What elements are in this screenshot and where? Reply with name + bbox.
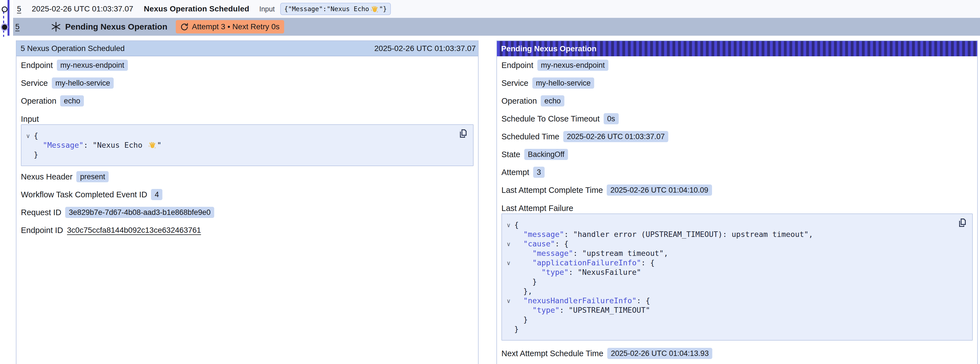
event-row-pending[interactable]: 5 Pending Nexus Operation Attempt 3 • Ne… [13, 18, 980, 36]
waving-hand-emoji [148, 141, 156, 149]
input-json-block: ∨{ "Message": "Nexus Echo "} [21, 124, 474, 166]
field-value-badge: BackingOff [524, 149, 568, 160]
pending-event-id-link[interactable]: 5 [15, 22, 19, 31]
field-row: Schedule To Close Timeout0s [501, 110, 973, 128]
copy-input-icon[interactable] [458, 128, 469, 140]
event-timeline [0, 0, 13, 40]
event-detail-header-title: 5 Nexus Operation Scheduled [21, 44, 125, 53]
event-input-value-badge[interactable]: {"Message":"Nexus Echo "} [280, 3, 391, 15]
pending-asterisk-icon [51, 21, 61, 32]
field-label: Last Attempt Complete Time [501, 186, 603, 195]
field-row: Endpoint ID3c0c75ccfa8144b092c13ce632463… [21, 221, 474, 239]
input-section-label: Input [21, 114, 474, 124]
event-time: 2025-02-26 UTC 01:03:37.07 [32, 5, 133, 13]
pending-operation-panel: Pending Nexus Operation Endpointmy-nexus… [496, 40, 978, 364]
field-row: Next Attempt Schedule Time2025-02-26 UTC… [501, 345, 973, 362]
field-row: Operationecho [21, 92, 474, 110]
field-row: Endpointmy-nexus-endpoint [21, 56, 474, 74]
field-label: State [501, 150, 520, 159]
timeline-dashed-line [3, 11, 4, 37]
event-id-link[interactable]: 5 [17, 5, 21, 13]
field-row: Servicemy-hello-service [501, 74, 973, 92]
field-label: Scheduled Time [501, 132, 559, 141]
field-row: Endpointmy-nexus-endpoint [501, 56, 973, 74]
failure-section-label: Last Attempt Failure [501, 203, 973, 214]
field-label: Next Attempt Schedule Time [501, 349, 603, 358]
field-value-badge: 0s [604, 113, 619, 124]
field-row: Scheduled Time2025-02-26 UTC 01:03:37.07 [501, 128, 973, 145]
collapse-chevron-icon[interactable]: ∨ [506, 222, 511, 228]
field-row: Servicemy-hello-service [21, 74, 474, 92]
event-input-label: Input [259, 5, 275, 13]
pending-event-title: Pending Nexus Operation [65, 22, 167, 32]
field-row: StateBackingOff [501, 145, 973, 163]
pending-operation-header-title: Pending Nexus Operation [501, 44, 597, 53]
json-code: ∨{ "message": "handler error (UPSTREAM_T… [514, 220, 956, 334]
copy-failure-icon[interactable] [957, 217, 968, 229]
collapse-chevron-icon[interactable]: ∨ [506, 260, 511, 266]
field-label: Endpoint [501, 61, 533, 70]
field-label: Workflow Task Completed Event ID [21, 190, 147, 199]
event-title: Nexus Operation Scheduled [144, 5, 249, 13]
event-row-scheduled[interactable]: 5 2025-02-26 UTC 01:03:37.07 Nexus Opera… [13, 0, 980, 18]
field-row: Operationecho [501, 92, 973, 110]
field-value-badge: 4 [151, 189, 162, 200]
field-value-badge: 2025-02-26 UTC 01:04:13.93 [607, 348, 712, 359]
timeline-event-dot-filled[interactable] [2, 24, 7, 30]
field-label: Endpoint ID [21, 226, 63, 235]
field-value-link[interactable]: 3c0c75ccfa8144b092c13ce632463761 [67, 226, 201, 235]
field-value-badge: echo [541, 95, 565, 107]
failure-json-block: ∨{ "message": "handler error (UPSTREAM_T… [501, 214, 973, 341]
field-label: Attempt [501, 168, 529, 177]
field-value-badge: my-hello-service [52, 77, 114, 89]
field-row: Attempt3 [501, 163, 973, 181]
field-label: Service [21, 78, 48, 88]
field-row: Request ID3e829b7e-7d67-4b08-aad3-b1e868… [21, 203, 474, 221]
timeline-active-line [8, 0, 10, 36]
field-value-badge: 2025-02-26 UTC 01:04:10.09 [607, 185, 712, 196]
collapse-chevron-icon[interactable]: ∨ [506, 298, 511, 304]
field-label: Service [501, 78, 528, 88]
field-row: Nexus Headerpresent [21, 168, 474, 186]
field-row: Workflow Task Completed Event ID4 [21, 186, 474, 203]
field-label: Nexus Header [21, 172, 72, 182]
timeline-event-dot-open [2, 6, 8, 12]
event-detail-panel: 5 Nexus Operation Scheduled 2025-02-26 U… [16, 40, 479, 364]
field-value-badge: my-nexus-endpoint [57, 60, 128, 71]
field-label: Operation [21, 96, 56, 105]
field-value-badge: echo [60, 95, 84, 107]
retry-icon [180, 22, 189, 31]
field-value-badge: 3 [533, 167, 545, 178]
field-label: Request ID [21, 208, 61, 217]
field-value-badge: 2025-02-26 UTC 01:03:37.07 [563, 131, 668, 142]
waving-hand-emoji [371, 5, 378, 13]
field-value-badge: 3e829b7e-7d67-4b08-aad3-b1e868bfe9e0 [65, 207, 214, 218]
collapse-chevron-icon[interactable]: ∨ [26, 133, 30, 139]
attempt-retry-text: Attempt 3 • Next Retry 0s [192, 22, 280, 31]
field-label: Endpoint [21, 61, 53, 70]
field-label: Schedule To Close Timeout [501, 114, 600, 123]
event-detail-header: 5 Nexus Operation Scheduled 2025-02-26 U… [16, 41, 478, 56]
attempt-retry-badge: Attempt 3 • Next Retry 0s [176, 20, 284, 34]
field-label: Operation [501, 96, 537, 105]
pending-operation-header: Pending Nexus Operation [497, 41, 977, 56]
collapse-chevron-icon[interactable]: ∨ [506, 241, 511, 247]
field-value-badge: my-hello-service [532, 77, 595, 89]
field-row: Last Attempt Complete Time2025-02-26 UTC… [501, 181, 973, 199]
field-value-badge: present [76, 171, 109, 182]
event-detail-header-time: 2025-02-26 UTC 01:03:37.07 [374, 44, 476, 53]
field-value-badge: my-nexus-endpoint [537, 60, 609, 71]
json-code: ∨{ "Message": "Nexus Echo "} [34, 131, 456, 160]
